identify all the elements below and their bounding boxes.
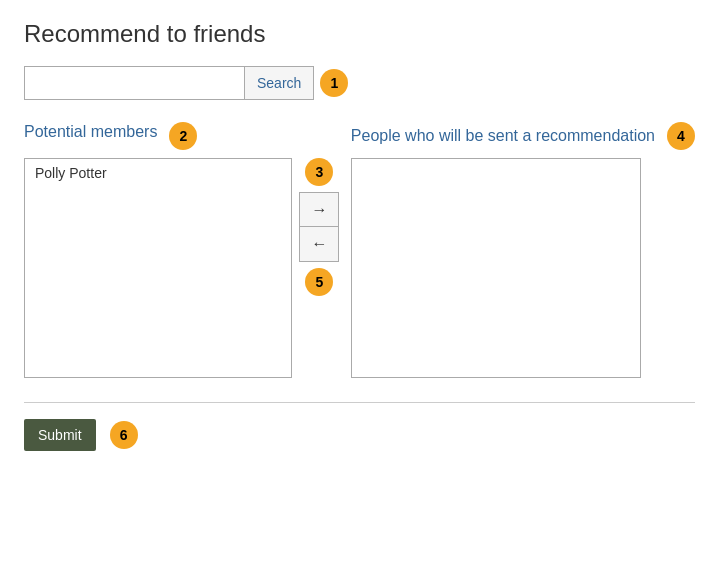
page-title: Recommend to friends bbox=[24, 20, 695, 48]
search-input[interactable] bbox=[24, 66, 244, 100]
potential-members-list[interactable]: Polly Potter bbox=[24, 158, 292, 378]
recommended-list[interactable] bbox=[351, 158, 641, 378]
search-button[interactable]: Search bbox=[244, 66, 314, 100]
potential-members-header: Potential members 2 bbox=[24, 122, 292, 150]
search-row: Search 1 bbox=[24, 66, 695, 100]
move-left-button[interactable]: ← bbox=[300, 227, 338, 261]
submit-row: Submit 6 bbox=[24, 419, 695, 451]
arrow-buttons-group: → ← bbox=[299, 192, 339, 262]
potential-members-section: Potential members 2 Polly Potter bbox=[24, 122, 292, 378]
potential-members-label: Potential members bbox=[24, 123, 157, 141]
recommended-badge: 4 bbox=[667, 122, 695, 150]
list-item[interactable]: Polly Potter bbox=[25, 159, 291, 187]
submit-button[interactable]: Submit bbox=[24, 419, 96, 451]
move-right-button[interactable]: → bbox=[300, 193, 338, 227]
potential-members-badge: 2 bbox=[169, 122, 197, 150]
middle-badge-bottom: 5 bbox=[305, 268, 333, 296]
divider bbox=[24, 402, 695, 403]
middle-badge-top: 3 bbox=[305, 158, 333, 186]
search-badge: 1 bbox=[320, 69, 348, 97]
columns-area: Potential members 2 Polly Potter 3 → ← 5… bbox=[24, 122, 695, 378]
middle-section: 3 → ← 5 bbox=[292, 122, 347, 296]
submit-badge: 6 bbox=[110, 421, 138, 449]
recommended-header: People who will be sent a recommendation… bbox=[351, 122, 695, 150]
recommended-section: People who will be sent a recommendation… bbox=[351, 122, 695, 378]
recommended-label: People who will be sent a recommendation bbox=[351, 126, 655, 147]
